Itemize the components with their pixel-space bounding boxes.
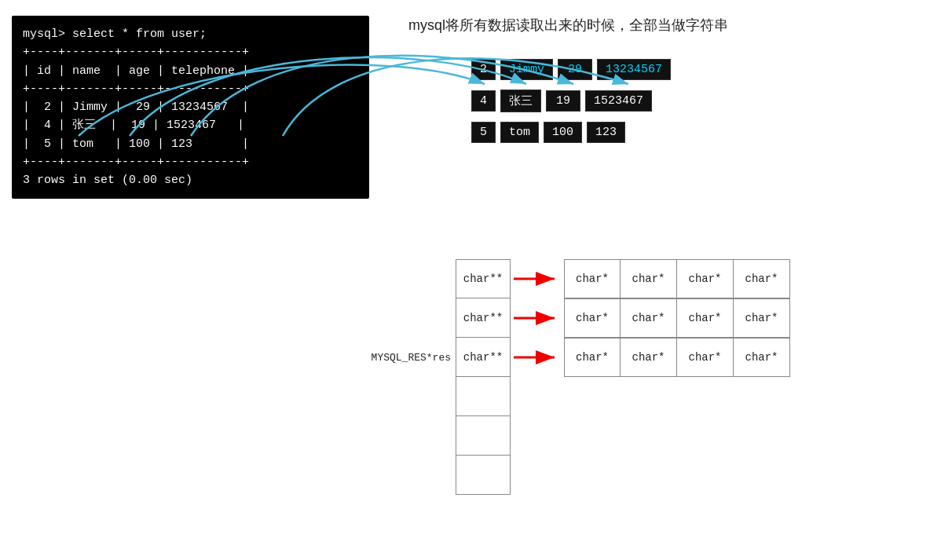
annotation-text: mysql将所有数据读取出来的时候，全部当做字符串 xyxy=(408,16,728,35)
mem-arrow-3 xyxy=(514,348,561,367)
mem-data-cell-3-2: char* xyxy=(621,338,677,377)
mem-data-cell-1-1: char* xyxy=(564,259,621,298)
mem-row-2: char** char* char* char* char* xyxy=(361,298,790,338)
data-boxes-area: 2 Jimmy 29 13234567 4 张三 19 1523467 5 to… xyxy=(471,59,671,152)
mem-ptr-box-2: char** xyxy=(456,298,511,338)
id-cell-1: 2 xyxy=(471,59,496,80)
id-cell-2: 4 xyxy=(471,90,496,112)
mem-empty-row-1 xyxy=(361,377,790,416)
id-cell-3: 5 xyxy=(471,122,496,143)
mem-data-cell-3-1: char* xyxy=(564,338,621,377)
age-cell-1: 29 xyxy=(558,59,592,80)
data-row-3: 5 tom 100 123 xyxy=(471,122,671,143)
tel-cell-1: 13234567 xyxy=(597,59,671,80)
mem-data-cell-2-2: char* xyxy=(621,298,677,338)
mem-data-cell-1-2: char* xyxy=(621,259,677,298)
mem-data-cell-3-4: char* xyxy=(734,338,790,377)
mem-arrow-2 xyxy=(514,309,561,328)
memory-diagram: char** char* char* char* char* char** xyxy=(361,259,790,495)
mem-data-cell-3-3: char* xyxy=(677,338,734,377)
terminal-block: mysql> select * from user; +----+-------… xyxy=(12,16,369,199)
mem-data-cell-2-4: char* xyxy=(734,298,790,338)
mem-empty-row-2 xyxy=(361,416,790,456)
mem-data-cell-1-4: char* xyxy=(734,259,790,298)
mem-left-label-3: MYSQL_RES*res xyxy=(361,352,456,364)
mem-data-cell-2-3: char* xyxy=(677,298,734,338)
age-cell-3: 100 xyxy=(544,122,582,143)
data-row-1: 2 Jimmy 29 13234567 xyxy=(471,59,671,80)
name-cell-3: tom xyxy=(500,122,539,143)
mem-data-cells-1: char* char* char* char* xyxy=(564,259,790,298)
tel-cell-3: 123 xyxy=(587,122,625,143)
mem-data-cell-1-3: char* xyxy=(677,259,734,298)
tel-cell-2: 1523467 xyxy=(585,90,652,112)
age-cell-2: 19 xyxy=(546,90,580,112)
mem-empty-box-1 xyxy=(456,377,511,416)
mem-ptr-box-3: char** xyxy=(456,338,511,377)
mem-data-cells-2: char* char* char* char* xyxy=(564,298,790,338)
mem-row-1: char** char* char* char* char* xyxy=(361,259,790,298)
mem-data-cell-2-1: char* xyxy=(564,298,621,338)
name-cell-2: 张三 xyxy=(500,90,541,112)
mem-empty-box-3 xyxy=(456,456,511,495)
mem-row-3: MYSQL_RES*res char** char* char* char* c… xyxy=(361,338,790,377)
terminal-content: mysql> select * from user; +----+-------… xyxy=(23,27,249,187)
mem-empty-row-3 xyxy=(361,456,790,495)
mem-empty-box-2 xyxy=(456,416,511,456)
mem-data-cells-3: char* char* char* char* xyxy=(564,338,790,377)
name-cell-1: Jimmy xyxy=(500,59,553,80)
data-row-2: 4 张三 19 1523467 xyxy=(471,90,671,112)
mem-ptr-box-1: char** xyxy=(456,259,511,298)
mem-arrow-1 xyxy=(514,269,561,288)
